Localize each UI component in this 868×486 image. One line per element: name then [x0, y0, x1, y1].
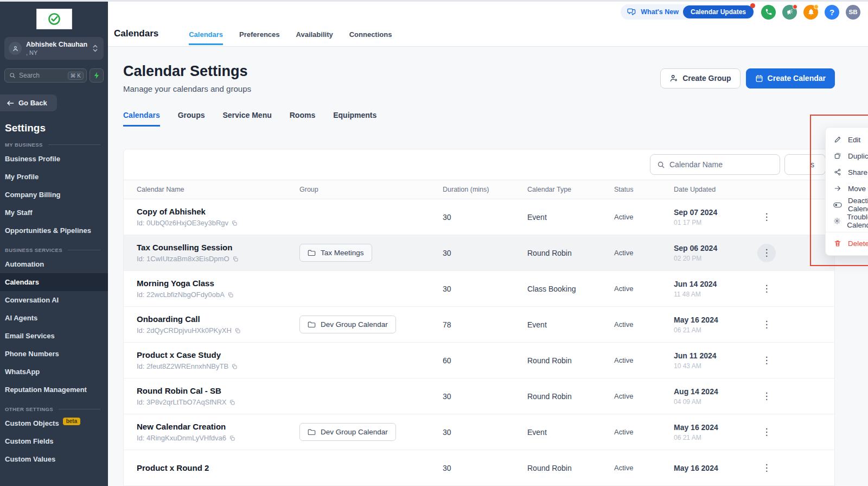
status-value: Active — [614, 464, 674, 472]
sidebar-item-ai-agents[interactable]: AI Agents — [0, 309, 108, 327]
nav-tab-connections[interactable]: Connections — [349, 30, 392, 45]
whats-new-pill[interactable]: What's New Calendar Updates — [621, 4, 755, 20]
status-value: Active — [614, 213, 674, 221]
partially-hidden-button[interactable]: s — [784, 154, 826, 175]
agency-logo — [36, 9, 72, 29]
help-button[interactable]: ? — [825, 5, 839, 20]
sidebar-search[interactable]: ⌘ K — [4, 68, 87, 83]
calendar-type-value: Round Robin — [527, 249, 614, 257]
nav-tab-preferences[interactable]: Preferences — [239, 30, 279, 45]
location-switcher[interactable]: Abhishek Chauhan , NY — [4, 37, 104, 60]
copy-icon[interactable] — [232, 256, 239, 262]
duplicate-icon — [833, 152, 842, 160]
lightning-bolt-icon — [93, 72, 100, 79]
sidebar-item-business-profile[interactable]: Business Profile — [0, 150, 108, 168]
menu-item-deactivate-calendar[interactable]: Deactivate Calendar — [826, 197, 868, 213]
arrow-right-icon — [833, 185, 842, 192]
duration-value: 78 — [443, 320, 527, 329]
chat-bubbles-icon — [627, 8, 636, 16]
row-actions-button-open[interactable]: ⋮ — [757, 244, 776, 262]
tab-groups[interactable]: Groups — [178, 111, 205, 127]
left-arrow-icon — [7, 100, 14, 106]
go-back-button[interactable]: Go Back — [0, 94, 57, 111]
tab-service-menu[interactable]: Service Menu — [222, 111, 271, 127]
date-updated: Sep 06 2024 — [674, 244, 761, 253]
duration-value: 60 — [443, 356, 527, 365]
copy-icon[interactable] — [231, 363, 238, 370]
sidebar-item-calendars[interactable]: Calendars — [0, 273, 108, 291]
sidebar-item-automation[interactable]: Automation — [0, 255, 108, 273]
calendar-name-search[interactable] — [650, 154, 780, 175]
page-title: Calendar Settings — [123, 63, 251, 80]
row-actions-button[interactable]: ⋮ — [757, 280, 776, 298]
menu-item-edit[interactable]: Edit — [826, 131, 868, 148]
calendar-updates-button[interactable]: Calendar Updates — [683, 5, 754, 18]
sidebar-item-my-staff[interactable]: My Staff — [0, 204, 108, 222]
status-value: Active — [614, 320, 674, 329]
copy-icon[interactable] — [227, 292, 234, 298]
notifications-button[interactable] — [803, 5, 818, 20]
phone-icon — [765, 8, 773, 16]
calendar-name-search-input[interactable] — [669, 160, 767, 169]
menu-item-share[interactable]: Share — [826, 164, 868, 180]
phone-button[interactable] — [761, 5, 776, 20]
row-actions-button[interactable]: ⋮ — [757, 459, 776, 477]
tab-calendars[interactable]: Calendars — [123, 111, 160, 127]
calendar-id: Id: 3P8v2qrLtTbO7AqSfNRX — [137, 398, 226, 406]
tab-equipments[interactable]: Equipments — [333, 111, 376, 127]
sidebar-item-custom-objects[interactable]: Custom Objects beta — [0, 414, 108, 432]
sidebar-item-company-billing[interactable]: Company Billing — [0, 186, 108, 204]
group-chip[interactable]: Dev Group Calendar — [299, 423, 396, 441]
copy-icon[interactable] — [231, 220, 238, 226]
time-updated: 11 48 AM — [674, 291, 761, 298]
status-value: Active — [614, 356, 674, 364]
page-subtitle: Manage your calendars and groups — [123, 84, 251, 93]
sidebar-item-my-profile[interactable]: My Profile — [0, 168, 108, 186]
nav-tab-calendars[interactable]: Calendars — [189, 30, 223, 45]
megaphone-icon — [786, 8, 794, 16]
menu-item-troubleshoot-calendar[interactable]: Troubleshoot Calendar — [826, 213, 868, 229]
quick-actions-button[interactable] — [90, 68, 104, 83]
sidebar-item-whatsapp[interactable]: WhatsApp — [0, 363, 108, 381]
copy-icon[interactable] — [229, 399, 235, 406]
pencil-icon — [833, 136, 842, 143]
copy-icon[interactable] — [234, 327, 241, 334]
copy-icon[interactable] — [229, 435, 235, 441]
sidebar-item-conversation-ai[interactable]: Conversation AI — [0, 291, 108, 309]
sidebar-item-custom-fields[interactable]: Custom Fields — [0, 432, 108, 450]
date-updated: Sep 07 2024 — [674, 208, 761, 217]
sidebar-item-email-services[interactable]: Email Services — [0, 327, 108, 345]
create-calendar-button[interactable]: Create Calendar — [746, 68, 835, 89]
announcements-badge — [793, 4, 797, 9]
sidebar-item-reputation-management[interactable]: Reputation Management — [0, 381, 108, 399]
col-calendar-type: Calendar Type — [527, 186, 614, 193]
create-group-button[interactable]: Create Group — [660, 68, 740, 89]
keyboard-shortcut-badge: ⌘ K — [68, 72, 84, 80]
group-chip[interactable]: Tax Meetings — [299, 244, 372, 262]
menu-item-duplicate[interactable]: Duplicate — [826, 148, 868, 164]
calendar-id: Id: 22wcLbfizNbgOFdy0obA — [137, 291, 225, 299]
row-actions-button[interactable]: ⋮ — [757, 208, 776, 226]
settings-title: Settings — [5, 122, 108, 134]
profile-avatar[interactable]: SB — [846, 5, 860, 20]
menu-item-move-to-group[interactable]: Move to Group — [826, 180, 868, 197]
col-date-updated: Date Updated — [674, 186, 761, 193]
announcements-button[interactable] — [782, 5, 797, 20]
row-actions-button[interactable]: ⋮ — [757, 315, 776, 334]
tab-rooms[interactable]: Rooms — [290, 111, 315, 127]
row-actions-button[interactable]: ⋮ — [757, 423, 776, 441]
share-icon — [833, 168, 842, 176]
sidebar-item-custom-values[interactable]: Custom Values — [0, 450, 108, 468]
duration-value: 30 — [443, 249, 527, 257]
group-chip[interactable]: Dev Group Calendar — [299, 315, 396, 333]
nav-tab-availability[interactable]: Availability — [296, 30, 333, 45]
menu-item-delete-calendar[interactable]: Delete Calendar — [826, 235, 868, 251]
row-actions-button[interactable]: ⋮ — [757, 351, 776, 370]
sidebar-item-phone-numbers[interactable]: Phone Numbers — [0, 345, 108, 363]
row-actions-menu: Edit Duplicate Share Move to Group Deact… — [825, 127, 868, 256]
search-icon — [9, 72, 16, 79]
calendar-tabs: Calendars Groups Service Menu Rooms Equi… — [123, 111, 868, 127]
sidebar-item-opportunities-pipelines[interactable]: Opportunities & Pipelines — [0, 222, 108, 239]
sidebar-search-input[interactable] — [19, 72, 63, 79]
row-actions-button[interactable]: ⋮ — [757, 387, 776, 406]
